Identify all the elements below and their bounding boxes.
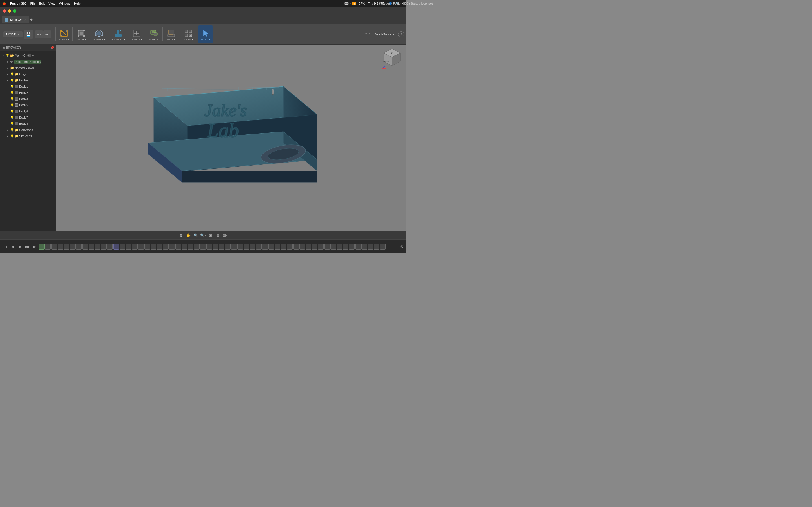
snap-button[interactable]: ⊕ <box>178 232 184 238</box>
tree-item-canvases[interactable]: ▶ 💡 📁 Canvases <box>0 127 56 133</box>
view-options-dropdown[interactable]: ⊞▾ <box>222 232 228 238</box>
timeline-step[interactable] <box>274 244 280 249</box>
maximize-button[interactable] <box>13 9 16 13</box>
timeline-step[interactable] <box>119 244 125 249</box>
browser-pin-icon[interactable]: 📌 <box>50 46 54 49</box>
settings-dot[interactable]: ⚙ <box>28 54 31 57</box>
timeline-prev[interactable]: ◀ <box>10 244 16 250</box>
timeline-first[interactable]: ⏮ <box>2 244 8 250</box>
vis-canvases[interactable]: 💡 <box>10 128 14 132</box>
timeline-step[interactable] <box>113 244 119 249</box>
timeline-step[interactable] <box>45 244 51 249</box>
timeline-step[interactable] <box>194 244 200 249</box>
user-menu-button[interactable]: Jacob Tabor ▾ <box>373 32 396 37</box>
redo-button[interactable]: ↪▾ <box>43 31 51 38</box>
toolbar-make[interactable]: MAKE▾ <box>164 25 179 43</box>
tree-item-named-views[interactable]: ▶ 📁 Named Views <box>0 65 56 71</box>
timeline-step[interactable] <box>231 244 237 249</box>
timeline-step[interactable] <box>219 244 224 249</box>
tree-item-sketches[interactable]: ▶ 💡 📁 Sketches <box>0 133 56 139</box>
timeline-step[interactable] <box>107 244 113 249</box>
tab-main-v3[interactable]: Main v3* ✕ <box>2 16 29 23</box>
minimize-button[interactable] <box>8 9 11 13</box>
timeline-step[interactable] <box>244 244 249 249</box>
timeline-step[interactable] <box>51 244 57 249</box>
timeline-last[interactable]: ⏭ <box>32 244 38 250</box>
timeline-step[interactable] <box>70 244 75 249</box>
timeline-step[interactable] <box>262 244 268 249</box>
menu-file[interactable]: File <box>30 2 35 5</box>
timeline-next[interactable]: ▶▶ <box>24 244 31 250</box>
timeline-play[interactable]: ▶ <box>17 244 23 250</box>
timeline-step[interactable] <box>169 244 175 249</box>
zoom-button[interactable]: 🔍 <box>193 232 199 238</box>
toolbar-modify[interactable]: MODIFY▾ <box>74 25 89 43</box>
timeline-step[interactable] <box>175 244 181 249</box>
tab-close-button[interactable]: ✕ <box>24 18 26 21</box>
help-button[interactable]: ? <box>398 31 404 38</box>
timeline-step[interactable] <box>200 244 206 249</box>
timeline-step[interactable] <box>312 244 317 249</box>
tree-item-origin[interactable]: ▶ 💡 📁 Origin <box>0 71 56 77</box>
timeline-step[interactable] <box>39 244 45 249</box>
vis-body1[interactable]: 💡 <box>10 85 14 89</box>
timeline-step[interactable] <box>368 244 373 249</box>
toolbar-addins[interactable]: + ADD-INS▾ <box>181 25 196 43</box>
timeline-step[interactable] <box>361 244 367 249</box>
tree-item-body5[interactable]: 💡 Body5 <box>0 102 56 108</box>
zoom-dropdown[interactable]: 🔍▾ <box>200 232 206 238</box>
vis-body2[interactable]: 💡 <box>10 91 14 95</box>
timeline-step[interactable] <box>89 244 94 249</box>
timeline-step[interactable] <box>256 244 262 249</box>
timeline-step[interactable] <box>355 244 361 249</box>
menu-view[interactable]: View <box>49 2 55 5</box>
model-dropdown[interactable]: MODEL ▾ <box>3 31 22 37</box>
view-options-1[interactable]: ⊞ <box>207 232 213 238</box>
expand-main-v3[interactable]: ▼ <box>1 54 5 57</box>
vis-body6[interactable]: 💡 <box>10 110 14 113</box>
undo-button[interactable]: ↩▾ <box>35 31 43 38</box>
timeline-step[interactable] <box>82 244 88 249</box>
timeline-step[interactable] <box>281 244 287 249</box>
vis-bodies[interactable]: 💡 <box>10 78 14 82</box>
toolbar-assemble[interactable]: ASSEMBLE▾ <box>91 25 107 43</box>
timeline-step[interactable] <box>349 244 355 249</box>
timeline-step[interactable] <box>225 244 231 249</box>
timeline-step[interactable] <box>95 244 100 249</box>
menu-window[interactable]: Window <box>59 2 70 5</box>
tree-item-body1[interactable]: 💡 Body1 <box>0 83 56 90</box>
vis-sketches[interactable]: 💡 <box>10 134 14 138</box>
toolbar-select[interactable]: SELECT▾ <box>198 25 213 43</box>
tree-item-document-settings[interactable]: ▶ ⚙ Document Settings <box>0 59 56 65</box>
toolbar-sketch[interactable]: SKETCH▾ <box>57 25 71 43</box>
expand-sketches[interactable]: ▶ <box>6 135 10 137</box>
tree-item-body3[interactable]: 💡 Body3 <box>0 96 56 102</box>
tree-item-body7[interactable]: 💡 Body7 <box>0 114 56 121</box>
timeline-step[interactable] <box>132 244 138 249</box>
close-button[interactable] <box>3 9 6 13</box>
view-cube[interactable]: TOP FRONT <box>380 47 403 70</box>
vis-body5[interactable]: 💡 <box>10 103 14 107</box>
timeline-step[interactable] <box>287 244 293 249</box>
timeline-step[interactable] <box>157 244 162 249</box>
expand-bodies[interactable]: ▼ <box>6 79 10 82</box>
vis-origin[interactable]: 💡 <box>10 72 14 76</box>
timeline-step[interactable] <box>306 244 311 249</box>
timeline-step[interactable] <box>318 244 324 249</box>
timeline-step[interactable] <box>188 244 193 249</box>
timeline-settings[interactable]: ⚙ <box>400 244 404 249</box>
timeline-step[interactable] <box>238 244 243 249</box>
timeline-step[interactable] <box>64 244 69 249</box>
timeline-step[interactable] <box>57 244 63 249</box>
viewport[interactable]: TOP FRONT <box>56 45 406 231</box>
tree-item-body6[interactable]: 💡 Body6 <box>0 108 56 114</box>
expand-document-settings[interactable]: ▶ <box>6 61 10 63</box>
timeline-step[interactable] <box>151 244 156 249</box>
timeline-step[interactable] <box>206 244 212 249</box>
pan-button[interactable]: 🖐 <box>185 232 192 238</box>
expand-canvases[interactable]: ▶ <box>6 129 10 131</box>
apple-menu[interactable]: 🍎 <box>2 2 6 5</box>
timeline-step[interactable] <box>293 244 299 249</box>
tree-item-body2[interactable]: 💡 Body2 <box>0 90 56 96</box>
new-tab-button[interactable]: + <box>30 17 33 22</box>
